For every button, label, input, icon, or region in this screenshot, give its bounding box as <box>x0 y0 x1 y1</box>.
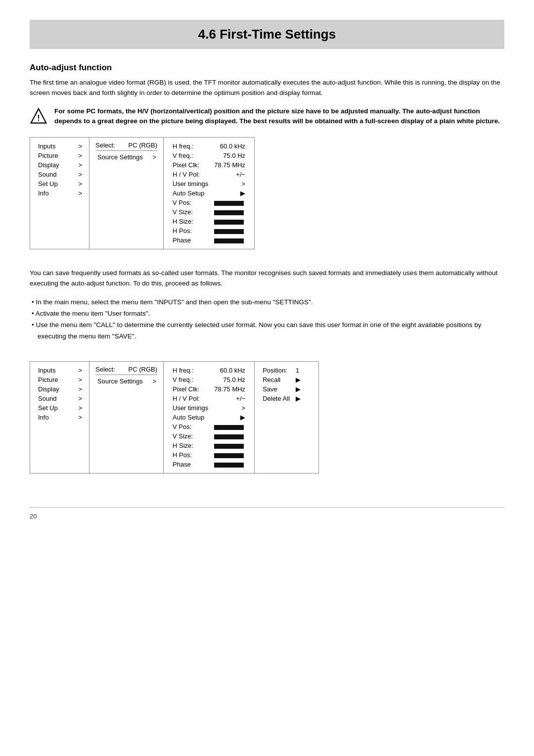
freq-row: H Size: <box>171 217 247 226</box>
pos-arrow: ▶ <box>294 394 303 403</box>
warning-text: For some PC formats, the H/V (horizontal… <box>54 106 504 127</box>
freq-label: Phase <box>171 236 212 245</box>
freq-bar <box>212 422 247 431</box>
freq-row: Auto Setup▶ <box>171 189 247 198</box>
freq-row: V Pos: <box>171 422 247 431</box>
page-number: 20 <box>30 513 504 520</box>
menu-item-arrow: > <box>73 160 83 170</box>
left-menu-item: Set Up> <box>36 403 83 413</box>
freq-value: +/− <box>212 170 247 179</box>
middle-menu-panel-2: Select: PC (RGB) Source Settings > <box>89 362 164 473</box>
freq-label: H Pos: <box>171 226 212 236</box>
menu-item-label: Set Up <box>36 179 73 189</box>
freq-label: V freq.: <box>171 375 212 384</box>
left-menu-item: Info> <box>36 413 83 422</box>
source-settings-label-2: Source Settings <box>95 377 150 386</box>
freq-row: Auto Setup▶ <box>171 413 247 422</box>
freq-label: V Pos: <box>171 198 212 207</box>
freq-label: H freq.: <box>171 142 212 151</box>
left-menu-item: Inputs> <box>36 366 83 375</box>
freq-label: V Size: <box>171 207 212 217</box>
position-row: Save▶ <box>261 384 303 394</box>
pos-label: Save <box>261 384 294 394</box>
freq-value: 75.0 Hz <box>212 375 247 384</box>
pos-arrow: ▶ <box>294 375 303 384</box>
freq-value: > <box>212 179 247 189</box>
position-panel: Position:1Recall▶Save▶Delete All▶ <box>254 362 318 473</box>
menu-item-label: Info <box>36 189 73 198</box>
position-row: Delete All▶ <box>261 394 303 403</box>
menu-item-label: Display <box>36 160 73 170</box>
left-menu-item: Set Up> <box>36 179 83 189</box>
freq-bar <box>212 207 247 217</box>
source-settings-arrow-1: > <box>150 152 157 162</box>
freq-row: H freq.:60.0 kHz <box>171 366 247 375</box>
freq-value: 78.75 MHz <box>212 160 247 170</box>
freq-bar <box>212 450 247 460</box>
freq-bar <box>212 236 247 245</box>
freq-label: H freq.: <box>171 366 212 375</box>
menu-item-label: Picture <box>36 375 73 384</box>
freq-bar <box>212 441 247 450</box>
freq-bar <box>212 198 247 207</box>
menu-item-arrow: > <box>73 151 83 160</box>
menu-item-label: Sound <box>36 170 73 179</box>
freq-bar <box>212 460 247 469</box>
freq-value: ▶ <box>212 413 247 422</box>
menu-item-label: Inputs <box>36 142 73 151</box>
left-menu-panel-2: Inputs>Picture>Display>Sound>Set Up>Info… <box>30 362 89 473</box>
menu-item-label: Picture <box>36 151 73 160</box>
menu-item-arrow: > <box>73 384 83 394</box>
left-menu-panel-1: Inputs>Picture>Display>Sound>Set Up>Info… <box>30 138 89 249</box>
body-text-1: The first time an analogue video format … <box>30 78 504 98</box>
freq-label: H Size: <box>171 217 212 226</box>
freq-row: V Size: <box>171 431 247 441</box>
freq-label: V Size: <box>171 431 212 441</box>
freq-label: Auto Setup <box>171 413 212 422</box>
pos-label: Recall <box>261 375 294 384</box>
freq-row: H / V Pol:+/− <box>171 170 247 179</box>
left-menu-item: Sound> <box>36 394 83 403</box>
freq-value: 60.0 kHz <box>212 142 247 151</box>
freq-row: H Pos: <box>171 226 247 236</box>
freq-label: V freq.: <box>171 151 212 160</box>
menu-item-arrow: > <box>73 413 83 422</box>
menu-item-arrow: > <box>73 179 83 189</box>
menu-item-label: Set Up <box>36 403 73 413</box>
menu-item-arrow: > <box>73 189 83 198</box>
select-label-1: Select: <box>95 142 115 149</box>
freq-value: > <box>212 403 247 413</box>
freq-label: H Pos: <box>171 450 212 460</box>
freq-label: H / V Pol: <box>171 394 212 403</box>
diagram-2: Inputs>Picture>Display>Sound>Set Up>Info… <box>30 361 319 473</box>
freq-row: Pixel Clk:78.75 MHz <box>171 384 247 394</box>
select-value-2: PC (RGB) <box>129 366 158 373</box>
bullet-item: Activate the menu item "User formats". <box>32 308 504 320</box>
warning-box: ! For some PC formats, the H/V (horizont… <box>30 106 504 127</box>
menu-item-arrow: > <box>73 403 83 413</box>
freq-label: Auto Setup <box>171 189 212 198</box>
freq-value: +/− <box>212 394 247 403</box>
freq-row: H freq.:60.0 kHz <box>171 142 247 151</box>
freq-value: 78.75 MHz <box>212 384 247 394</box>
warning-icon: ! <box>30 107 47 125</box>
menu-item-label: Sound <box>36 394 73 403</box>
freq-row: User timings> <box>171 179 247 189</box>
middle-menu-panel-1: Select: PC (RGB) Source Settings > <box>89 138 164 249</box>
bullet-item: Use the menu item "CALL" to determine th… <box>32 320 504 342</box>
menu-item-arrow: > <box>73 375 83 384</box>
freq-row: H Size: <box>171 441 247 450</box>
bullet-list: In the main menu, select the menu item "… <box>30 297 504 342</box>
source-settings-arrow-2: > <box>150 377 157 386</box>
left-menu-item: Display> <box>36 160 83 170</box>
freq-row: V Pos: <box>171 198 247 207</box>
pos-arrow: ▶ <box>294 384 303 394</box>
freq-row: V freq.:75.0 Hz <box>171 151 247 160</box>
freq-label: H / V Pol: <box>171 170 212 179</box>
freq-label: User timings <box>171 179 212 189</box>
menu-item-arrow: > <box>73 366 83 375</box>
left-menu-item: Picture> <box>36 151 83 160</box>
left-menu-item: Inputs> <box>36 142 83 151</box>
freq-row: Pixel Clk:78.75 MHz <box>171 160 247 170</box>
freq-row: User timings> <box>171 403 247 413</box>
